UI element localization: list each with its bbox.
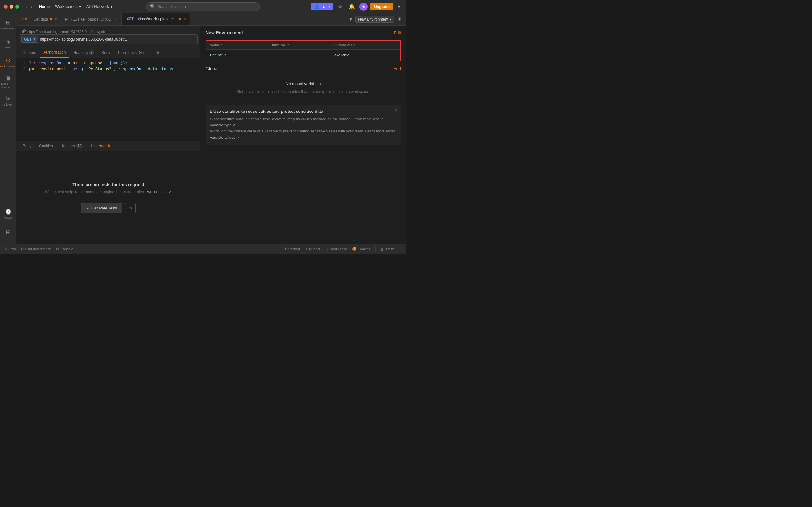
- url-bar: GET ▾: [19, 34, 198, 44]
- add-tab-button[interactable]: +: [190, 13, 200, 25]
- env-panel: New Environment Edit Variable Initial va…: [200, 26, 406, 244]
- sparkle-icon: ✦: [86, 206, 90, 210]
- no-globals-desc: Global variables are a set of variables …: [211, 89, 396, 95]
- url-bar-container: 🔗 https://mock.apidog.com/m1/360626-0-de…: [16, 26, 200, 47]
- error-label: Error: [8, 247, 16, 251]
- chevron-down-icon: ▾: [390, 17, 392, 21]
- path-display: 🔗 https://mock.apidog.com/m1/360626-0-de…: [19, 28, 198, 34]
- refresh-button[interactable]: ↺: [125, 203, 136, 213]
- settings-icon[interactable]: ⚙: [336, 3, 344, 10]
- globals-header: Globals Add: [206, 66, 401, 71]
- layout-toggle[interactable]: ⊞: [399, 247, 402, 251]
- environment-selector[interactable]: New Environment ▾: [355, 16, 394, 23]
- start-proxy-status[interactable]: ⊕ Start Proxy: [325, 247, 347, 251]
- avatar[interactable]: ◉: [359, 3, 368, 11]
- req-tab-tests[interactable]: Te: [152, 47, 164, 58]
- environment-settings-icon[interactable]: ⊞: [396, 15, 403, 23]
- tab-close-icon[interactable]: ✕: [183, 17, 186, 20]
- variable-type-link[interactable]: variable type ↗: [210, 123, 236, 127]
- maximize-button[interactable]: [15, 5, 19, 9]
- tab-method-badge: GET: [125, 17, 135, 21]
- home-nav[interactable]: Home: [39, 4, 50, 9]
- close-button[interactable]: [4, 5, 8, 9]
- req-tab-body[interactable]: Body: [98, 47, 114, 58]
- var-table-row: PetStatus available: [206, 50, 400, 60]
- info-banner-close-button[interactable]: ✕: [394, 108, 398, 113]
- tab-label: REST API basics: CRUD,: [69, 17, 113, 21]
- code-editor: 1 let responseData = pm . response . jso…: [16, 58, 200, 141]
- sidebar-item-history[interactable]: ⌚ History: [1, 205, 15, 222]
- sidebar-item-apis[interactable]: ◈ APIs: [1, 35, 15, 52]
- tab-rest-api-basics[interactable]: ▶ REST API basics: CRUD, ✕: [61, 13, 122, 25]
- method-selector[interactable]: GET ▾: [21, 36, 38, 43]
- titlebar-right: 👤 Invite ⚙ 🔔 ◉ Upgrade ▾: [311, 3, 402, 11]
- search-bar[interactable]: 🔍 Search Postman: [146, 2, 260, 11]
- info-banner-body: Store sensitive data in variable type se…: [210, 116, 397, 141]
- sidebar-item-extensions[interactable]: ⊞: [1, 224, 15, 241]
- req-tab-params[interactable]: Params: [19, 47, 40, 58]
- back-button[interactable]: ‹: [24, 3, 28, 10]
- globals-add-button[interactable]: Add: [394, 66, 401, 71]
- code-content: pm . environment . set ( "PetStatus" , r…: [29, 66, 173, 72]
- runner-status[interactable]: ▷ Runner: [305, 247, 320, 251]
- req-tab-headers[interactable]: Headers 7: [69, 47, 98, 58]
- resp-tab-headers[interactable]: Headers 12: [57, 141, 87, 151]
- response-tabs: Body Cookies Headers 12 Test Results: [16, 141, 200, 152]
- resp-tab-cookies[interactable]: Cookies: [35, 141, 56, 151]
- cookies-status[interactable]: 🍪 Cookies: [352, 247, 370, 251]
- resp-tab-test-results[interactable]: Test Results: [87, 141, 115, 151]
- sidebar-item-collections[interactable]: ⊞ Collections: [1, 15, 15, 33]
- variables-table: Variable Initial value Current value Pet…: [206, 40, 401, 61]
- req-tab-authorization[interactable]: Authorization: [40, 47, 69, 58]
- tab-close-icon[interactable]: ✕: [115, 17, 118, 21]
- main-layout: ⊞ Collections ◈ APIs ⊙ Environments ▣ Mo…: [0, 13, 406, 244]
- tab-post-get-data[interactable]: POST Get data ✕: [16, 13, 61, 25]
- notifications-icon[interactable]: 🔔: [347, 3, 357, 10]
- generate-tests-button[interactable]: ✦ Generate Tests: [81, 203, 122, 213]
- sidebar-item-mock-servers[interactable]: ▣ Mock servers: [1, 72, 15, 90]
- sidebar-item-flows[interactable]: ⟳ Flows: [1, 92, 15, 109]
- globals-title: Globals: [206, 66, 220, 71]
- more-options-icon[interactable]: ▾: [396, 3, 402, 10]
- traffic-lights: [4, 5, 19, 9]
- postbot-icon: ✦: [284, 247, 287, 251]
- variable-values-link[interactable]: variable values ↗: [210, 135, 240, 140]
- tab-get-mock-apidog[interactable]: GET https://mock.apidog.co.. ✕: [122, 13, 190, 25]
- request-tabs: Params Authorization Headers 7 Body Pre-…: [16, 47, 200, 58]
- postbot-status[interactable]: ✦ Postbot: [284, 247, 300, 251]
- titlebar-nav: Home Workspaces ▾ API Network ▾: [39, 4, 113, 9]
- sidebar-item-label: Collections: [1, 27, 15, 30]
- minimize-button[interactable]: [9, 5, 13, 9]
- console-label: Console: [60, 247, 73, 251]
- collections-icon: ⊞: [6, 19, 10, 26]
- upgrade-button[interactable]: Upgrade: [370, 3, 393, 10]
- api-network-nav[interactable]: API Network ▾: [86, 4, 113, 9]
- cookies-label: Cookies: [358, 247, 370, 251]
- sidebar-item-label: Environments: [0, 65, 17, 68]
- code-line-2: 2 pm . environment . set ( "PetStatus" ,…: [20, 66, 196, 72]
- forward-button[interactable]: ›: [30, 3, 34, 10]
- tabs-overflow-icon[interactable]: ▾: [348, 15, 354, 23]
- tab-close-icon[interactable]: ✕: [55, 17, 57, 21]
- invite-icon: 👤: [315, 4, 319, 9]
- find-replace-status[interactable]: ⊟ Find and replace: [21, 247, 51, 251]
- globals-section: Globals Add No global variables Global v…: [200, 61, 406, 105]
- workspaces-nav[interactable]: Workspaces ▾: [55, 4, 81, 9]
- headers-badge: 7: [89, 50, 94, 55]
- req-tab-pre-request[interactable]: Pre-request Script: [114, 47, 153, 58]
- invite-button[interactable]: 👤 Invite: [311, 3, 334, 10]
- writing-tests-link[interactable]: writing tests ↗: [148, 190, 172, 194]
- url-input[interactable]: [40, 37, 195, 42]
- env-edit-button[interactable]: Edit: [394, 31, 401, 35]
- error-status[interactable]: ⚠ Error: [4, 247, 16, 251]
- info-banner: ✕ ℹ Use variables to reuse values and pr…: [206, 105, 401, 145]
- code-content: let responseData = pm . response . json …: [29, 60, 128, 66]
- console-status[interactable]: ⊡ Console: [56, 247, 73, 251]
- sidebar-item-environments[interactable]: ⊙ Environments: [1, 54, 15, 71]
- tab-unsaved-dot: [50, 18, 52, 20]
- resp-tab-body[interactable]: Body: [19, 141, 35, 151]
- var-current-value-cell: available: [334, 53, 397, 57]
- info-banner-title: ℹ Use variables to reuse values and prot…: [210, 109, 397, 114]
- trash-status[interactable]: 🗑 Trash: [380, 247, 394, 251]
- proxy-icon: ⊕: [325, 247, 328, 251]
